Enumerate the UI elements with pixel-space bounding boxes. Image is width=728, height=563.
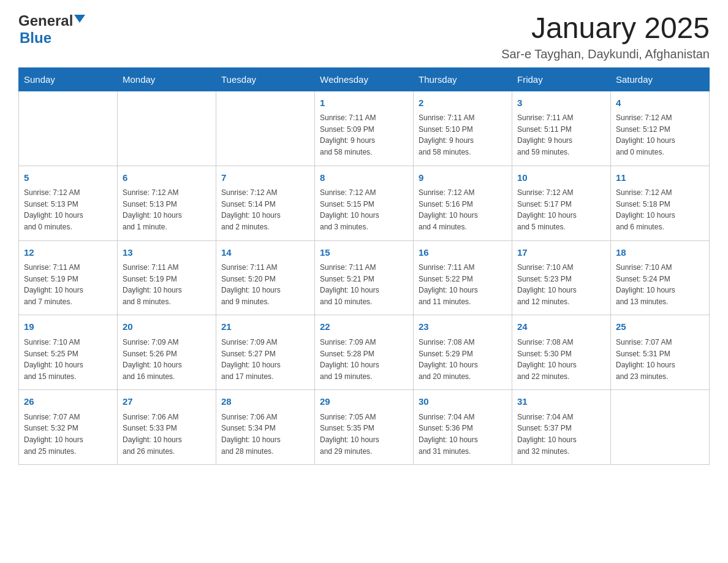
calendar-cell: 27Sunrise: 7:06 AMSunset: 5:33 PMDayligh… <box>118 390 216 465</box>
day-number: 29 <box>320 395 408 409</box>
day-number: 27 <box>123 395 211 409</box>
calendar-cell: 17Sunrise: 7:10 AMSunset: 5:23 PMDayligh… <box>512 240 611 315</box>
day-info: Sunrise: 7:09 AMSunset: 5:26 PMDaylight:… <box>123 337 211 382</box>
day-info: Sunrise: 7:12 AMSunset: 5:14 PMDaylight:… <box>221 187 309 232</box>
day-info: Sunrise: 7:11 AMSunset: 5:09 PMDaylight:… <box>320 112 408 158</box>
day-info: Sunrise: 7:11 AMSunset: 5:22 PMDaylight:… <box>419 262 507 307</box>
day-number: 1 <box>320 96 408 110</box>
calendar-cell: 31Sunrise: 7:04 AMSunset: 5:37 PMDayligh… <box>512 390 611 465</box>
calendar-cell: 18Sunrise: 7:10 AMSunset: 5:24 PMDayligh… <box>611 240 710 315</box>
day-number: 11 <box>616 171 704 185</box>
calendar-header-monday: Monday <box>118 67 216 91</box>
day-info: Sunrise: 7:11 AMSunset: 5:19 PMDaylight:… <box>24 262 112 307</box>
day-number: 31 <box>517 395 605 409</box>
day-number: 18 <box>616 246 704 260</box>
logo-general-text: General <box>18 12 73 29</box>
calendar-cell: 21Sunrise: 7:09 AMSunset: 5:27 PMDayligh… <box>216 315 315 390</box>
calendar-header-friday: Friday <box>512 67 611 91</box>
day-number: 24 <box>517 320 605 334</box>
day-info: Sunrise: 7:06 AMSunset: 5:33 PMDaylight:… <box>123 412 211 457</box>
calendar-cell: 3Sunrise: 7:11 AMSunset: 5:11 PMDaylight… <box>512 91 611 166</box>
calendar-cell: 28Sunrise: 7:06 AMSunset: 5:34 PMDayligh… <box>216 390 315 465</box>
calendar-cell: 10Sunrise: 7:12 AMSunset: 5:17 PMDayligh… <box>512 166 611 240</box>
day-info: Sunrise: 7:12 AMSunset: 5:16 PMDaylight:… <box>419 187 507 232</box>
day-number: 28 <box>221 395 309 409</box>
day-number: 12 <box>24 246 112 260</box>
day-info: Sunrise: 7:10 AMSunset: 5:23 PMDaylight:… <box>517 262 605 307</box>
calendar-cell: 25Sunrise: 7:07 AMSunset: 5:31 PMDayligh… <box>611 315 710 390</box>
day-number: 15 <box>320 246 408 260</box>
month-title: January 2025 <box>501 12 710 45</box>
calendar-week-4: 19Sunrise: 7:10 AMSunset: 5:25 PMDayligh… <box>19 315 710 390</box>
calendar-header-row: SundayMondayTuesdayWednesdayThursdayFrid… <box>19 67 710 91</box>
calendar-cell: 4Sunrise: 7:12 AMSunset: 5:12 PMDaylight… <box>611 91 710 166</box>
day-info: Sunrise: 7:08 AMSunset: 5:29 PMDaylight:… <box>419 337 507 382</box>
calendar-cell: 12Sunrise: 7:11 AMSunset: 5:19 PMDayligh… <box>19 240 118 315</box>
calendar-cell: 7Sunrise: 7:12 AMSunset: 5:14 PMDaylight… <box>216 166 315 240</box>
calendar-cell: 11Sunrise: 7:12 AMSunset: 5:18 PMDayligh… <box>611 166 710 240</box>
calendar-week-3: 12Sunrise: 7:11 AMSunset: 5:19 PMDayligh… <box>19 240 710 315</box>
calendar-week-1: 1Sunrise: 7:11 AMSunset: 5:09 PMDaylight… <box>19 91 710 166</box>
day-info: Sunrise: 7:12 AMSunset: 5:13 PMDaylight:… <box>24 187 112 232</box>
calendar-cell: 22Sunrise: 7:09 AMSunset: 5:28 PMDayligh… <box>315 315 414 390</box>
day-number: 26 <box>24 395 112 409</box>
day-info: Sunrise: 7:10 AMSunset: 5:24 PMDaylight:… <box>616 262 704 307</box>
calendar-header-wednesday: Wednesday <box>315 67 414 91</box>
calendar-week-5: 26Sunrise: 7:07 AMSunset: 5:32 PMDayligh… <box>19 390 710 465</box>
calendar-cell: 20Sunrise: 7:09 AMSunset: 5:26 PMDayligh… <box>118 315 216 390</box>
logo-arrow-icon <box>74 15 85 23</box>
calendar-cell: 30Sunrise: 7:04 AMSunset: 5:36 PMDayligh… <box>414 390 512 465</box>
day-number: 16 <box>419 246 507 260</box>
day-number: 2 <box>419 96 507 110</box>
calendar-table: SundayMondayTuesdayWednesdayThursdayFrid… <box>18 67 710 465</box>
day-info: Sunrise: 7:12 AMSunset: 5:12 PMDaylight:… <box>616 112 704 158</box>
day-info: Sunrise: 7:07 AMSunset: 5:32 PMDaylight:… <box>24 412 112 457</box>
day-number: 14 <box>221 246 309 260</box>
day-number: 25 <box>616 320 704 334</box>
calendar-cell: 26Sunrise: 7:07 AMSunset: 5:32 PMDayligh… <box>19 390 118 465</box>
logo-blue-text: Blue <box>20 29 51 46</box>
day-info: Sunrise: 7:08 AMSunset: 5:30 PMDaylight:… <box>517 337 605 382</box>
calendar-cell: 9Sunrise: 7:12 AMSunset: 5:16 PMDaylight… <box>414 166 512 240</box>
calendar-cell <box>216 91 315 166</box>
calendar-cell: 2Sunrise: 7:11 AMSunset: 5:10 PMDaylight… <box>414 91 512 166</box>
day-number: 13 <box>123 246 211 260</box>
calendar-cell <box>611 390 710 465</box>
day-number: 21 <box>221 320 309 334</box>
day-info: Sunrise: 7:11 AMSunset: 5:11 PMDaylight:… <box>517 112 605 158</box>
logo: General Blue <box>18 12 85 47</box>
day-info: Sunrise: 7:12 AMSunset: 5:15 PMDaylight:… <box>320 187 408 232</box>
calendar-cell <box>19 91 118 166</box>
calendar-cell: 8Sunrise: 7:12 AMSunset: 5:15 PMDaylight… <box>315 166 414 240</box>
calendar-cell: 23Sunrise: 7:08 AMSunset: 5:29 PMDayligh… <box>414 315 512 390</box>
day-info: Sunrise: 7:12 AMSunset: 5:17 PMDaylight:… <box>517 187 605 232</box>
day-info: Sunrise: 7:04 AMSunset: 5:36 PMDaylight:… <box>419 412 507 457</box>
day-number: 6 <box>123 171 211 185</box>
day-number: 5 <box>24 171 112 185</box>
day-number: 23 <box>419 320 507 334</box>
calendar-cell: 19Sunrise: 7:10 AMSunset: 5:25 PMDayligh… <box>19 315 118 390</box>
calendar-header-thursday: Thursday <box>414 67 512 91</box>
calendar-header-saturday: Saturday <box>611 67 710 91</box>
calendar-header-tuesday: Tuesday <box>216 67 315 91</box>
day-info: Sunrise: 7:11 AMSunset: 5:19 PMDaylight:… <box>123 262 211 307</box>
day-number: 7 <box>221 171 309 185</box>
page-header: General Blue January 2025 Sar-e Tayghan,… <box>18 12 710 61</box>
day-number: 19 <box>24 320 112 334</box>
calendar-cell: 24Sunrise: 7:08 AMSunset: 5:30 PMDayligh… <box>512 315 611 390</box>
day-info: Sunrise: 7:11 AMSunset: 5:21 PMDaylight:… <box>320 262 408 307</box>
location-subtitle: Sar-e Tayghan, Daykundi, Afghanistan <box>501 47 710 61</box>
day-number: 22 <box>320 320 408 334</box>
calendar-cell: 1Sunrise: 7:11 AMSunset: 5:09 PMDaylight… <box>315 91 414 166</box>
calendar-cell: 29Sunrise: 7:05 AMSunset: 5:35 PMDayligh… <box>315 390 414 465</box>
day-info: Sunrise: 7:06 AMSunset: 5:34 PMDaylight:… <box>221 412 309 457</box>
day-number: 8 <box>320 171 408 185</box>
day-info: Sunrise: 7:10 AMSunset: 5:25 PMDaylight:… <box>24 337 112 382</box>
calendar-cell: 16Sunrise: 7:11 AMSunset: 5:22 PMDayligh… <box>414 240 512 315</box>
day-info: Sunrise: 7:09 AMSunset: 5:28 PMDaylight:… <box>320 337 408 382</box>
day-info: Sunrise: 7:09 AMSunset: 5:27 PMDaylight:… <box>221 337 309 382</box>
day-number: 9 <box>419 171 507 185</box>
day-number: 20 <box>123 320 211 334</box>
day-info: Sunrise: 7:07 AMSunset: 5:31 PMDaylight:… <box>616 337 704 382</box>
day-info: Sunrise: 7:12 AMSunset: 5:13 PMDaylight:… <box>123 187 211 232</box>
